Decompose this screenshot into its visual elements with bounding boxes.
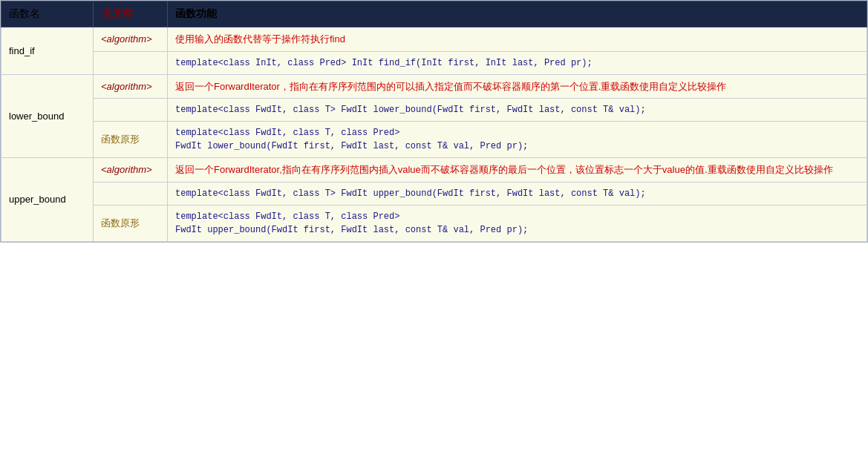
header-cell: <algorithm> [94,74,168,99]
table-row: 函数原形template<class FwdIt, class T, class… [1,122,867,158]
main-table-container: 函数名 头文件 函数功能 find_if<algorithm>使用输入的函数代替… [0,0,868,243]
function-name-cell: upper_bound [1,158,94,242]
header-col2: 头文件 [94,1,168,27]
table-row: template<class InIt, class Pred> InIt fi… [1,51,867,74]
content-cell: 使用输入的函数代替等于操作符执行find [168,27,867,52]
header-cell: <algorithm> [94,27,168,52]
content-cell: template<class InIt, class Pred> InIt fi… [168,51,867,74]
table-row: upper_bound<algorithm>返回一个ForwardIterato… [1,158,867,183]
content-cell: template<class FwdIt, class T> FwdIt low… [168,99,867,122]
table-body: find_if<algorithm>使用输入的函数代替等于操作符执行findte… [1,27,867,242]
content-cell: 返回一个ForwardIterator，指向在有序序列范围内的可以插入指定值而不… [168,74,867,99]
content-cell: template<class FwdIt, class T, class Pre… [168,205,867,241]
header-cell [94,51,168,74]
table-row: template<class FwdIt, class T> FwdIt low… [1,99,867,122]
content-cell: 返回一个ForwardIterator,指向在有序序列范围内插入value而不破… [168,158,867,183]
table-row: find_if<algorithm>使用输入的函数代替等于操作符执行find [1,27,867,52]
table-header-row: 函数名 头文件 函数功能 [1,1,867,27]
header-cell [94,99,168,122]
table-row: template<class FwdIt, class T> FwdIt upp… [1,182,867,205]
header-cell: <algorithm> [94,158,168,183]
function-name-cell: find_if [1,27,94,75]
header-cell [94,182,168,205]
content-cell: template<class FwdIt, class T> FwdIt upp… [168,182,867,205]
header-cell: 函数原形 [94,122,168,158]
table-row: 函数原形template<class FwdIt, class T, class… [1,205,867,241]
header-col3: 函数功能 [168,1,867,27]
reference-table: 函数名 头文件 函数功能 find_if<algorithm>使用输入的函数代替… [1,1,867,242]
header-cell: 函数原形 [94,205,168,241]
content-cell: template<class FwdIt, class T, class Pre… [168,122,867,158]
table-row: lower_bound<algorithm>返回一个ForwardIterato… [1,74,867,99]
function-name-cell: lower_bound [1,74,94,158]
header-col1: 函数名 [1,1,94,27]
